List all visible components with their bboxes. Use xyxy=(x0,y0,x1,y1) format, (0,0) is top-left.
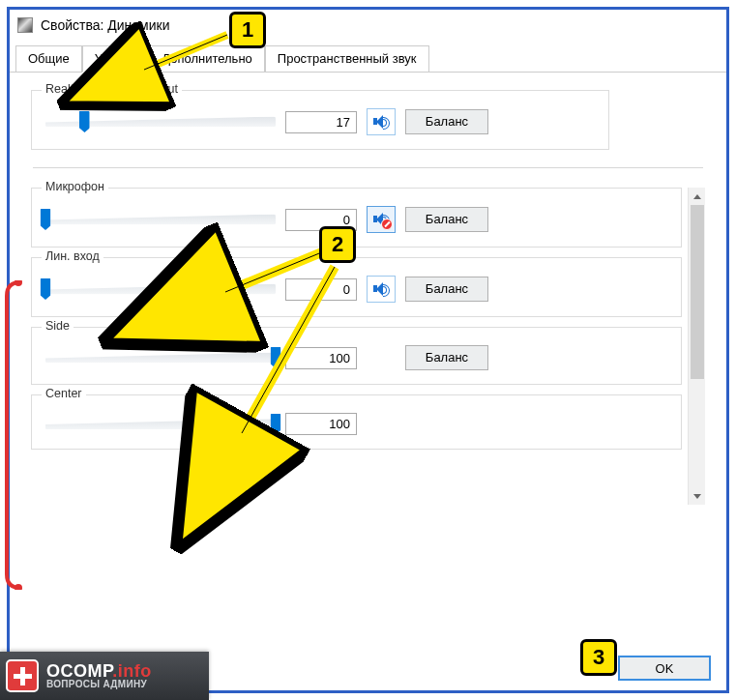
input-row-2: 100Баланс xyxy=(45,345,669,370)
tab-0[interactable]: Общие xyxy=(15,45,82,73)
ok-button[interactable]: OK xyxy=(618,656,711,681)
svg-line-2 xyxy=(144,35,227,70)
output-mute-toggle[interactable] xyxy=(367,108,396,135)
svg-point-10 xyxy=(15,584,22,590)
section-divider xyxy=(33,167,703,168)
speaker-device-icon xyxy=(17,17,33,33)
input-label-0: Микрофон xyxy=(42,180,108,193)
annotation-arrow-1 xyxy=(131,25,237,83)
svg-line-8 xyxy=(242,267,335,433)
chevron-down-icon xyxy=(693,494,701,499)
annotation-marker-3: 3 xyxy=(580,639,617,676)
output-balance-button[interactable]: Баланс xyxy=(405,109,488,134)
input-balance-button-0[interactable]: Баланс xyxy=(405,207,488,232)
input-row-3: 100 xyxy=(45,413,669,435)
chevron-up-icon xyxy=(693,194,701,199)
output-slider-thumb[interactable] xyxy=(79,111,90,132)
speaker-icon xyxy=(372,114,390,130)
muted-icon xyxy=(381,219,393,230)
logo-tagline: ВОПРОСЫ АДМИНУ xyxy=(46,680,152,689)
tab-3[interactable]: Пространственный звук xyxy=(265,45,429,73)
output-value[interactable]: 17 xyxy=(285,111,357,133)
inputs-scroll-panel: Микрофон0БалансЛин. вход0БалансSide100Ба… xyxy=(31,188,705,505)
output-label: Realtek HD Audio output xyxy=(42,82,182,96)
input-label-2: Side xyxy=(42,319,74,333)
annotation-bracket xyxy=(5,280,22,590)
output-group: Realtek HD Audio output 17 Баланс xyxy=(31,90,609,150)
input-row-0: 0Баланс xyxy=(45,206,669,233)
tab-content-levels: Realtek HD Audio output 17 Баланс Микроф… xyxy=(10,72,726,642)
logo-brand: OCOMP.info xyxy=(46,662,152,680)
input-group-2: Side100Баланс xyxy=(31,327,682,385)
input-group-1: Лин. вход0Баланс xyxy=(31,257,682,317)
output-slider[interactable] xyxy=(45,111,276,132)
input-slider-0[interactable] xyxy=(45,209,276,230)
properties-window: Свойства: Динамики ОбщиеУровниДополнител… xyxy=(7,7,729,693)
scrollbar-thumb[interactable] xyxy=(691,205,704,379)
input-label-1: Лин. вход xyxy=(42,249,103,263)
input-balance-button-2[interactable]: Баланс xyxy=(405,345,488,370)
input-mute-toggle-1[interactable] xyxy=(367,276,396,303)
svg-point-9 xyxy=(15,280,22,286)
scroll-down-button[interactable] xyxy=(689,487,705,505)
titlebar: Свойства: Динамики xyxy=(10,10,726,41)
input-group-3: Center100 xyxy=(31,394,682,450)
output-row: 17 Баланс xyxy=(45,108,597,135)
tab-strip: ОбщиеУровниДополнительноПространственный… xyxy=(10,44,726,73)
inputs-list: Микрофон0БалансЛин. вход0БалансSide100Ба… xyxy=(31,188,688,505)
input-balance-button-1[interactable]: Баланс xyxy=(405,277,488,302)
input-group-0: Микрофон0Баланс xyxy=(31,188,682,248)
scroll-up-button[interactable] xyxy=(689,188,705,205)
speaker-icon xyxy=(372,281,390,297)
input-slider-thumb-1[interactable] xyxy=(41,278,51,300)
input-label-3: Center xyxy=(42,387,86,400)
annotation-marker-1: 1 xyxy=(229,12,266,48)
watermark-logo: OCOMP.info ВОПРОСЫ АДМИНУ xyxy=(0,652,209,700)
annotation-arrow-2b xyxy=(222,263,348,447)
annotation-marker-2: 2 xyxy=(319,226,356,263)
input-slider-thumb-0[interactable] xyxy=(41,209,51,230)
scrollbar[interactable] xyxy=(688,188,705,505)
input-mute-toggle-0[interactable] xyxy=(367,206,396,233)
input-row-1: 0Баланс xyxy=(45,276,669,303)
dialog-footer: OK xyxy=(618,656,711,681)
plus-icon xyxy=(6,659,39,692)
